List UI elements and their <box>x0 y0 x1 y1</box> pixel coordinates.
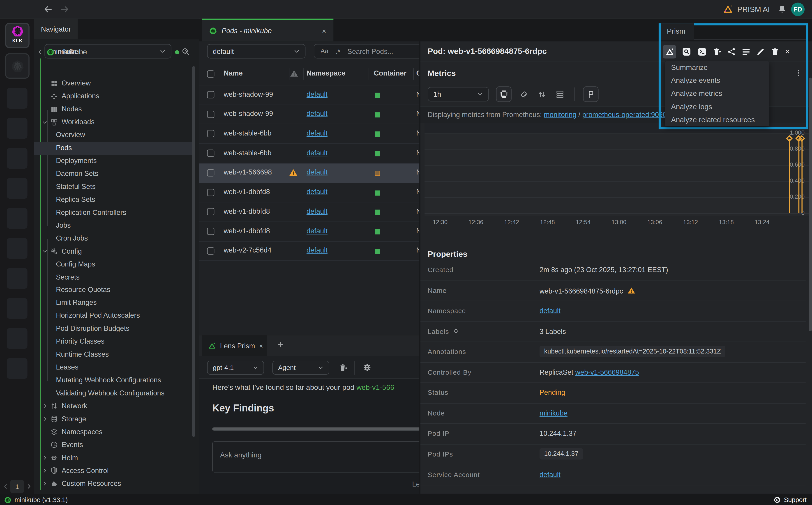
rail-placeholder-tile[interactable] <box>7 178 27 199</box>
range-select[interactable]: 1h <box>428 87 489 102</box>
rail-placeholder-tile[interactable] <box>7 268 27 289</box>
rail-placeholder-tile[interactable] <box>7 118 27 139</box>
row-checkbox[interactable] <box>207 169 214 176</box>
namespace-link[interactable]: default <box>306 110 327 118</box>
namespace-link[interactable]: default <box>306 227 327 235</box>
sidebar-item-overview[interactable]: Overview <box>34 77 192 90</box>
memory-icon[interactable] <box>519 89 529 99</box>
drawer-scrollbar[interactable] <box>809 77 812 331</box>
sidebar-item-pods[interactable]: Pods <box>34 142 192 154</box>
sidebar-item-secrets[interactable]: Secrets <box>34 271 192 284</box>
sidebar-item-config-maps[interactable]: Config Maps <box>34 258 192 271</box>
support-lifering-icon[interactable] <box>774 496 781 503</box>
row-checkbox[interactable] <box>207 228 214 235</box>
sidebar-item-stateful-sets[interactable]: Stateful Sets <box>34 180 192 193</box>
row-checkbox[interactable] <box>207 247 214 255</box>
row-checkbox[interactable] <box>207 91 214 98</box>
row-checkbox[interactable] <box>207 208 214 215</box>
sort-arrows-icon[interactable] <box>537 89 547 99</box>
sidebar-item-validating-webhook-configurations[interactable]: Validating Webhook Configurations <box>34 387 192 400</box>
chevron-right-icon[interactable] <box>42 416 47 422</box>
rail-placeholder-tile[interactable] <box>7 148 27 169</box>
sidebar-item-runtime-classes[interactable]: Runtime Classes <box>34 348 192 361</box>
logs-icon[interactable] <box>741 47 751 56</box>
namespace-link[interactable]: default <box>306 246 327 254</box>
kebab-menu-icon[interactable] <box>794 69 803 77</box>
sidebar-item-nodes[interactable]: Nodes <box>34 103 192 116</box>
mode-select[interactable]: Agent <box>272 361 329 375</box>
sidebar-item-workloads[interactable]: Workloads <box>34 116 192 129</box>
prism-tab-close-icon[interactable]: × <box>259 342 263 349</box>
namespace-link[interactable]: default <box>306 91 327 98</box>
menu-item-summarize[interactable]: Summarize <box>665 61 769 74</box>
col-name[interactable]: Name <box>224 69 243 77</box>
collapse-cluster-icon[interactable] <box>37 49 43 55</box>
chevron-down-icon[interactable] <box>42 120 47 125</box>
namespace-link[interactable]: default <box>306 149 327 156</box>
chevron-right-icon[interactable] <box>42 468 47 474</box>
forward-icon[interactable] <box>60 5 69 14</box>
sort-small-icon[interactable] <box>452 327 459 334</box>
drawer-close-icon[interactable]: × <box>785 47 790 56</box>
rail-placeholder-tile[interactable] <box>7 208 27 229</box>
storage-metric-icon[interactable] <box>555 89 565 99</box>
clear-chat-icon[interactable] <box>339 363 348 372</box>
sidebar-item-replication-controllers[interactable]: Replication Controllers <box>34 206 192 219</box>
col-container[interactable]: Container <box>374 69 406 77</box>
sidebar-item-cron-jobs[interactable]: Cron Jobs <box>34 232 192 245</box>
chevron-down-icon[interactable] <box>42 248 47 254</box>
catalog-tile[interactable] <box>5 53 29 78</box>
property-link[interactable]: default <box>540 471 560 478</box>
tab-lens-prism[interactable]: Lens Prism × <box>202 335 267 356</box>
select-all-checkbox[interactable] <box>207 70 214 77</box>
sidebar-item-namespaces[interactable]: Namespaces <box>34 426 192 439</box>
sidebar-item-access-control[interactable]: Access Control <box>34 464 192 477</box>
sidebar-item-custom-resources[interactable]: Custom Resources <box>34 477 192 490</box>
row-checkbox[interactable] <box>207 150 214 157</box>
prometheus-service-link[interactable]: prometheus-operated:9090 <box>582 111 667 118</box>
rail-placeholder-tile[interactable] <box>7 328 27 349</box>
events-flag-button[interactable] <box>583 87 598 102</box>
warnings-column-icon[interactable] <box>290 69 298 78</box>
row-checkbox[interactable] <box>207 130 214 137</box>
sidebar-item-overview[interactable]: Overview <box>34 129 192 142</box>
row-checkbox[interactable] <box>207 189 214 196</box>
sidebar-item-deployments[interactable]: Deployments <box>34 154 192 167</box>
tab-navigator[interactable]: Navigator <box>34 19 78 39</box>
page-number-box[interactable]: 1 <box>10 480 24 493</box>
sidebar-item-pod-disruption-budgets[interactable]: Pod Disruption Budgets <box>34 322 192 335</box>
support-link[interactable]: Support <box>784 496 807 503</box>
sidebar-item-cluster[interactable]: minikube <box>34 45 192 58</box>
menu-item-analyze-events[interactable]: Analyze events <box>665 74 769 87</box>
cluster-forward-icon[interactable] <box>183 49 189 55</box>
sidebar-item-events[interactable]: Events <box>34 439 192 451</box>
namespace-link[interactable]: default <box>306 188 327 195</box>
cpu-metric-button[interactable] <box>496 87 512 102</box>
avatar[interactable]: FD <box>791 2 805 16</box>
page-next-icon[interactable] <box>26 483 32 490</box>
menu-item-analyze-related-resources[interactable]: Analyze related resources <box>665 113 769 126</box>
property-link[interactable]: web-v1-5666984875 <box>575 368 639 376</box>
sidebar-item-replica-sets[interactable]: Replica Sets <box>34 193 192 206</box>
chevron-right-icon[interactable] <box>42 403 47 409</box>
row-checkbox[interactable] <box>207 111 214 118</box>
delete-icon[interactable] <box>771 47 780 56</box>
sidebar-item-network[interactable]: Network <box>34 400 192 412</box>
rail-placeholder-tile[interactable] <box>7 238 27 259</box>
chevron-right-icon[interactable] <box>42 455 47 461</box>
tab-close-icon[interactable]: × <box>322 27 326 35</box>
prometheus-namespace-link[interactable]: monitoring <box>544 111 576 118</box>
menu-item-analyze-metrics[interactable]: Analyze metrics <box>665 87 769 100</box>
menu-item-analyze-logs[interactable]: Analyze logs <box>665 100 769 113</box>
inspect-icon[interactable] <box>681 47 692 57</box>
terminal-icon[interactable] <box>697 47 707 57</box>
namespace-link[interactable]: default <box>306 207 327 215</box>
sidebar-item-jobs[interactable]: Jobs <box>34 219 192 232</box>
rail-placeholder-tile[interactable] <box>7 298 27 319</box>
sidebar-item-priority-classes[interactable]: Priority Classes <box>34 335 192 348</box>
sidebar-item-daemon-sets[interactable]: Daemon Sets <box>34 168 192 180</box>
active-cluster-tile[interactable]: KLK <box>5 23 29 48</box>
page-prev-icon[interactable] <box>2 483 9 490</box>
match-case-icon[interactable]: Aa <box>320 47 328 55</box>
chevron-right-icon[interactable] <box>42 481 47 487</box>
